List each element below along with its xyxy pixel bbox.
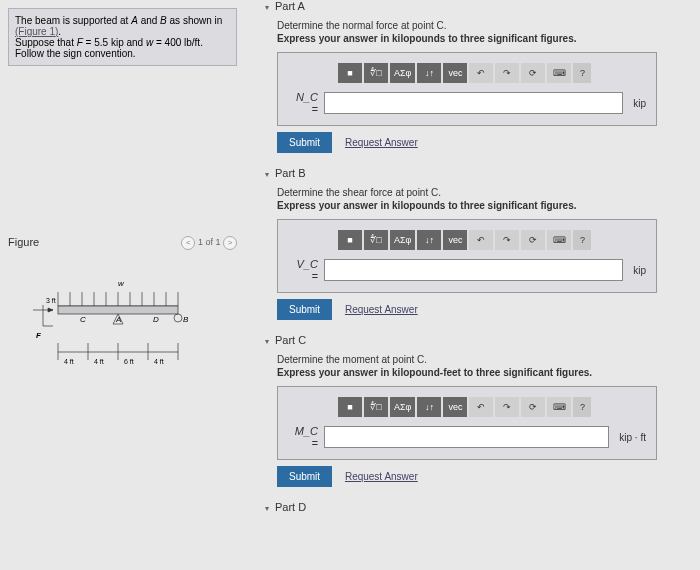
arrows-button[interactable]: ↓↑: [417, 63, 441, 83]
svg-rect-13: [58, 306, 178, 314]
vec-button[interactable]: vec: [443, 397, 467, 417]
request-answer-b[interactable]: Request Answer: [345, 304, 418, 315]
submit-button-b[interactable]: Submit: [277, 299, 332, 320]
templates-button[interactable]: ■: [338, 63, 362, 83]
part-a: Part A Determine the normal force at poi…: [255, 0, 690, 153]
submit-button-a[interactable]: Submit: [277, 132, 332, 153]
help-button[interactable]: ?: [573, 63, 591, 83]
toolbar-a: ■ ∜□ ΑΣφ ↓↑ vec ↶ ↷ ⟳ ⌨ ?: [338, 63, 646, 83]
svg-point-15: [174, 314, 182, 322]
part-a-answer-box: ■ ∜□ ΑΣφ ↓↑ vec ↶ ↷ ⟳ ⌨ ? N_C = kip: [277, 52, 657, 126]
reset-button[interactable]: ⟳: [521, 63, 545, 83]
answer-input-vc[interactable]: [324, 259, 623, 281]
submit-button-c[interactable]: Submit: [277, 466, 332, 487]
greek-button[interactable]: ΑΣφ: [390, 63, 415, 83]
svg-text:F: F: [36, 331, 42, 340]
problem-text: The beam is supported at: [15, 15, 131, 26]
answer-input-nc[interactable]: [324, 92, 623, 114]
part-d-header[interactable]: Part D: [265, 501, 690, 513]
undo-button[interactable]: ↶: [469, 397, 493, 417]
help-button[interactable]: ?: [573, 397, 591, 417]
figure-prev[interactable]: <: [181, 236, 195, 250]
figure-counter: 1 of 1: [198, 237, 221, 247]
svg-text:4 ft: 4 ft: [64, 358, 74, 365]
sqrt-button[interactable]: ∜□: [364, 63, 388, 83]
redo-button[interactable]: ↷: [495, 63, 519, 83]
problem-statement: The beam is supported at A and B as show…: [8, 8, 237, 66]
part-b-answer-box: ■ ∜□ ΑΣφ ↓↑ vec ↶ ↷ ⟳ ⌨ ? V_C = kip: [277, 219, 657, 293]
left-panel: The beam is supported at A and B as show…: [0, 0, 245, 570]
svg-text:3 ft: 3 ft: [46, 297, 56, 304]
unit-nc: kip: [633, 98, 646, 109]
part-a-prompt: Determine the normal force at point C.: [277, 20, 690, 31]
vec-button[interactable]: vec: [443, 63, 467, 83]
answer-input-mc[interactable]: [324, 426, 609, 448]
svg-text:A: A: [115, 315, 121, 324]
figure-section: Figure < 1 of 1 > w: [8, 236, 237, 368]
reset-button[interactable]: ⟳: [521, 230, 545, 250]
unit-mc: kip · ft: [619, 432, 646, 443]
part-b-header[interactable]: Part B: [265, 167, 690, 179]
svg-text:4 ft: 4 ft: [154, 358, 164, 365]
var-label-mc: M_C =: [288, 425, 318, 449]
greek-button[interactable]: ΑΣφ: [390, 230, 415, 250]
beam-diagram: w: [8, 268, 208, 368]
templates-button[interactable]: ■: [338, 230, 362, 250]
arrows-button[interactable]: ↓↑: [417, 230, 441, 250]
part-a-header[interactable]: Part A: [265, 0, 690, 12]
svg-text:w: w: [118, 279, 125, 288]
templates-button[interactable]: ■: [338, 397, 362, 417]
arrows-button[interactable]: ↓↑: [417, 397, 441, 417]
unit-vc: kip: [633, 265, 646, 276]
part-b-instr: Express your answer in kilopounds to thr…: [277, 200, 690, 211]
svg-text:C: C: [80, 315, 86, 324]
reset-button[interactable]: ⟳: [521, 397, 545, 417]
sqrt-button[interactable]: ∜□: [364, 397, 388, 417]
figure-link[interactable]: (Figure 1): [15, 26, 58, 37]
redo-button[interactable]: ↷: [495, 230, 519, 250]
part-c: Part C Determine the moment at point C. …: [255, 334, 690, 487]
svg-marker-17: [48, 308, 53, 312]
part-d: Part D: [255, 501, 690, 513]
sqrt-button[interactable]: ∜□: [364, 230, 388, 250]
help-button[interactable]: ?: [573, 230, 591, 250]
undo-button[interactable]: ↶: [469, 230, 493, 250]
part-c-prompt: Determine the moment at point C.: [277, 354, 690, 365]
part-c-header[interactable]: Part C: [265, 334, 690, 346]
svg-text:6 ft: 6 ft: [124, 358, 134, 365]
undo-button[interactable]: ↶: [469, 63, 493, 83]
toolbar-b: ■ ∜□ ΑΣφ ↓↑ vec ↶ ↷ ⟳ ⌨ ?: [338, 230, 646, 250]
part-c-instr: Express your answer in kilopound-feet to…: [277, 367, 690, 378]
part-a-instr: Express your answer in kilopounds to thr…: [277, 33, 690, 44]
keyboard-button[interactable]: ⌨: [547, 230, 571, 250]
part-b: Part B Determine the shear force at poin…: [255, 167, 690, 320]
svg-text:D: D: [153, 315, 159, 324]
right-panel: Part A Determine the normal force at poi…: [245, 0, 700, 570]
toolbar-c: ■ ∜□ ΑΣφ ↓↑ vec ↶ ↷ ⟳ ⌨ ?: [338, 397, 646, 417]
request-answer-c[interactable]: Request Answer: [345, 471, 418, 482]
keyboard-button[interactable]: ⌨: [547, 63, 571, 83]
request-answer-a[interactable]: Request Answer: [345, 137, 418, 148]
var-label-vc: V_C =: [288, 258, 318, 282]
part-c-answer-box: ■ ∜□ ΑΣφ ↓↑ vec ↶ ↷ ⟳ ⌨ ? M_C = kip · ft: [277, 386, 657, 460]
greek-button[interactable]: ΑΣφ: [390, 397, 415, 417]
figure-next[interactable]: >: [223, 236, 237, 250]
keyboard-button[interactable]: ⌨: [547, 397, 571, 417]
svg-text:B: B: [183, 315, 189, 324]
svg-text:4 ft: 4 ft: [94, 358, 104, 365]
figure-title: Figure: [8, 236, 39, 248]
part-b-prompt: Determine the shear force at point C.: [277, 187, 690, 198]
var-label-nc: N_C =: [288, 91, 318, 115]
redo-button[interactable]: ↷: [495, 397, 519, 417]
vec-button[interactable]: vec: [443, 230, 467, 250]
